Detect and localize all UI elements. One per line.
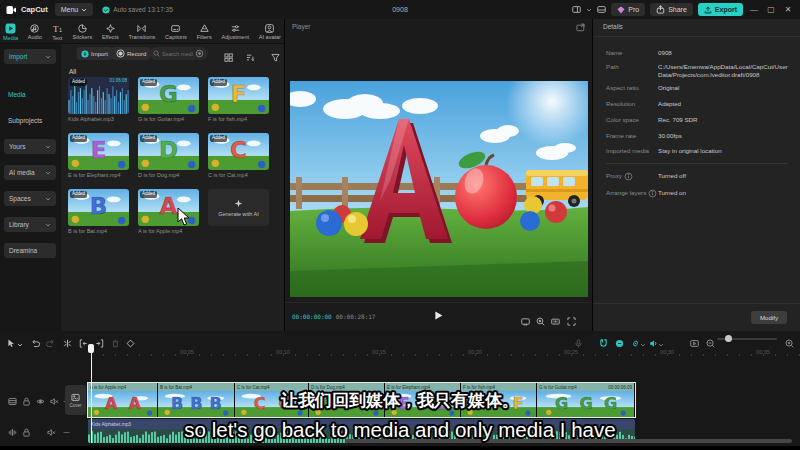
timeline-clip-d[interactable]: D is for Dog.mp4 DDD [309,383,385,417]
play-button[interactable] [433,310,444,321]
timeline-clip-b[interactable]: B is for Bat.mp4 BBB [158,383,235,417]
media-tile-d-is-for-dog-mp4[interactable]: DAddedD is for Dog.mp4 [138,133,199,178]
added-badge: Added [210,79,227,86]
playhead-line[interactable] [91,345,92,443]
autosave-icon [102,6,110,14]
timeline-tracks: Cover A is for Apple.mp4 AAB is for Bat.… [0,360,800,446]
ribbon-tab-effects[interactable]: Effects [102,19,119,43]
ribbon-tab-ai-avatar[interactable]: AI avatar [259,19,281,43]
timeline-scrollbar[interactable] [345,439,792,443]
select-tool-icon[interactable] [7,334,15,352]
detach-player-icon[interactable] [576,23,585,32]
svg-text:C: C [230,137,247,163]
cover-button[interactable]: Cover [65,385,86,415]
sidebar-item-dreamina[interactable]: Dreamina [4,243,56,258]
minimize-button[interactable]: — [748,5,760,14]
svg-text:G: G [579,394,592,413]
sidebar-item-ai-media[interactable]: AI media [4,165,56,180]
close-button[interactable]: ✕ [782,5,794,14]
video-preview[interactable] [290,81,588,297]
ribbon-tab-filters[interactable]: Filters [197,19,212,43]
trackgrid-track-icon[interactable] [8,397,17,406]
view-mode-icon[interactable] [224,48,233,66]
wavebars-track-icon[interactable] [8,428,17,437]
media-tile-g-is-for-guitar-mp4[interactable]: GAddedG is for Guitar.mp4 [138,77,199,122]
audio-clip-name: Kids Alphabet.mp3 [88,419,635,429]
sidebar-item-subprojects[interactable]: Subprojects [4,115,56,125]
media-tile-f-is-for-fish-mp4[interactable]: FAddedF is for fish.mp4 [208,77,269,122]
media-tile-kids-alphabet-mp3[interactable]: Added01:06:08Kids Alphabet.mp3 [68,77,129,122]
sidebar-item-import[interactable]: Import [4,49,56,64]
ribbon-tab-captions[interactable]: Captions [165,19,187,43]
ribbon-tab-text[interactable]: T1Text [52,19,63,43]
svg-text:B: B [190,394,202,413]
track-headers [0,360,60,446]
lock-track-icon[interactable] [22,428,31,437]
sort-icon[interactable] [246,48,255,66]
ribbon-tab-audio[interactable]: Audio [28,19,42,43]
media-tile-a-is-for-apple-mp4[interactable]: AAddedA is for Apple.mp4 [138,189,199,234]
preview-quality-icon[interactable] [536,312,545,330]
panel-layout-icon[interactable] [597,5,606,14]
sidebar-item-yours[interactable]: Yours [4,139,56,154]
info-icon [648,189,657,198]
video-track[interactable]: A is for Apple.mp4 AAB is for Bat.mp4 BB… [88,383,635,417]
app-name: CapCut [21,5,48,14]
fullscreen-icon[interactable] [567,312,576,330]
record-button[interactable]: Record [112,47,150,60]
media-tile-generate-ai[interactable]: Generate with AI [208,189,269,226]
minus-track-icon[interactable] [62,428,71,437]
layout-toggle-icon[interactable] [572,5,581,14]
timeline-ruler[interactable]: 00:0500:1000:1500:2000:2500:3000:35 [60,346,800,360]
titlebar: CapCut Menu Auto saved 13:17:35 Pro Shar… [0,0,800,19]
maximize-button[interactable]: ▢ [765,5,777,14]
filter-icon[interactable] [271,48,280,66]
ribbon-tab-stickers[interactable]: Stickers [73,19,93,43]
menu-button[interactable]: Menu [55,3,94,16]
timeline-clip-a[interactable]: A is for Apple.mp4 AA [88,383,158,417]
display-mode-icon[interactable] [521,312,530,330]
search-box[interactable] [149,47,208,60]
speakerx-track-icon[interactable] [50,397,59,406]
ribbon-tab-transitions[interactable]: Transitions [129,19,156,43]
ai-avatar-icon [265,24,274,33]
ribbon-tab-adjustment[interactable]: Adjustment [222,19,250,43]
search-input[interactable] [162,51,193,57]
select-tool-chevron-icon[interactable] [17,334,23,352]
redo-icon[interactable] [46,334,55,352]
media-toolbar: Import Record [61,44,284,66]
playhead-handle[interactable] [88,344,94,353]
media-tile-e-is-for-elephant-mp4[interactable]: EAddedE is for Elephant.mp4 [68,133,129,178]
clip-name: D is for Dog.mp4 [311,385,345,390]
media-tile-c-is-for-cat-mp4[interactable]: CAddedC is for Cat.mp4 [208,133,269,178]
undo-icon[interactable] [31,334,40,352]
sidebar-item-library[interactable]: Library [4,217,56,232]
timeline-clip-c[interactable]: C is for Cat.mp4 CC [235,383,309,417]
pro-button[interactable]: Pro [611,3,645,16]
timeline-clip-e[interactable]: E is for Elephant.mp4 EEE [385,383,461,417]
timeline-clip-g[interactable]: G is for Guitar.mp400:00:06:09 GGG [537,383,635,417]
export-button[interactable]: Export [698,3,743,16]
svg-text:A: A [128,394,141,413]
modify-button[interactable]: Modify [751,311,787,324]
zoom-slider-knob[interactable] [725,335,732,342]
media-panel: Import Record All Added01:06:08Kids Alph… [60,43,284,331]
section-label[interactable]: All [69,68,76,75]
timeline-clip-f[interactable]: F is for fish.mp4 FFF [461,383,537,417]
lock-track-icon[interactable] [22,397,31,406]
speakerx-track-icon[interactable] [47,428,56,437]
chevron-down-icon [45,54,51,60]
aspect-ratio-icon[interactable] [551,312,560,330]
layout-chevron-icon[interactable] [586,7,592,13]
eye-track-icon[interactable] [36,397,45,406]
media-tile-b-is-for-bat-mp4[interactable]: BAddedB is for Bat.mp4 [68,189,129,234]
sidebar-item-spaces[interactable]: Spaces [4,191,56,206]
chevron-down-icon [45,222,51,228]
import-button[interactable]: Import [77,47,112,60]
tile-filename: E is for Elephant.mp4 [68,172,129,178]
image-search-icon[interactable] [195,49,204,58]
svg-text:D: D [321,394,334,413]
share-button[interactable]: Share [650,3,693,16]
ribbon-tab-media[interactable]: Media [3,19,18,43]
sidebar-item-media[interactable]: Media [4,89,56,99]
